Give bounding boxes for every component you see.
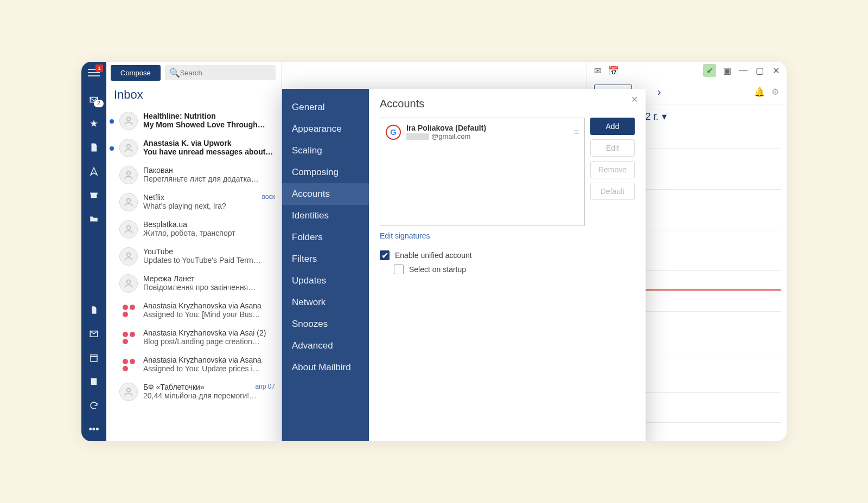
settings-nav-composing[interactable]: Composing [282, 162, 369, 183]
close-icon[interactable]: ✕ [631, 94, 638, 105]
avatar [119, 301, 138, 320]
add-account-button[interactable]: Add [590, 118, 635, 135]
rail-sent[interactable] [85, 163, 103, 180]
settings-nav-accounts[interactable]: Accounts [282, 183, 369, 205]
mail-list: Healthline: NutritionMy Mom Showed Love … [106, 107, 282, 441]
rail-calendar-icon[interactable] [85, 349, 103, 366]
settings-nav-general[interactable]: General [282, 96, 369, 118]
remove-account-button[interactable]: Remove [590, 161, 635, 178]
settings-nav-network[interactable]: Network [282, 292, 369, 313]
inbox-count: 2 [94, 100, 104, 107]
mail-item[interactable]: БФ «Таблеточки»20,44 мільйона для перемо… [106, 378, 282, 405]
mail-item[interactable]: Anastasia Kryzhanovska via AsanaAssigned… [106, 297, 282, 324]
inbox-header: Inbox [106, 83, 282, 107]
search-icon: 🔍 [169, 68, 180, 78]
avatar [119, 274, 138, 293]
syncing-icon[interactable]: ✔ [703, 64, 716, 77]
settings-nav-filters[interactable]: Filters [282, 248, 369, 270]
avatar [119, 328, 138, 347]
close-window-icon[interactable]: ✕ [770, 65, 781, 76]
mail-item[interactable]: Healthline: NutritionMy Mom Showed Love … [106, 107, 282, 134]
rail-file-icon[interactable] [85, 301, 103, 319]
rail-archive[interactable] [85, 186, 103, 204]
sidebar-rail: 1 2 ★ ••• [81, 62, 106, 441]
svg-point-3 [127, 144, 131, 148]
svg-point-6 [127, 225, 131, 229]
avatar [119, 166, 138, 184]
email-masked [406, 133, 429, 140]
checkbox-checked-icon: ✔ [380, 250, 390, 260]
bell-icon[interactable]: 🔔 [754, 87, 765, 97]
mail-icon[interactable]: ✉ [592, 65, 603, 76]
settings-body: ✕ Accounts G Ira Poliakova (Default) @gm… [369, 89, 646, 441]
svg-rect-1 [91, 378, 97, 385]
settings-nav: GeneralAppearanceScalingComposingAccount… [282, 89, 369, 441]
mail-item[interactable]: Anastasia Kryzhanovska via AsanaAssigned… [106, 351, 282, 378]
svg-point-4 [127, 171, 131, 175]
mail-item[interactable]: Anastasia Kryzhanovska via Asai (2)Blog … [106, 324, 282, 351]
edit-signatures-link[interactable]: Edit signatures [380, 231, 430, 240]
search-input[interactable] [180, 69, 271, 77]
app-window: 1 2 ★ ••• Compose 🔍 ⇅ Inbox Healthline: … [81, 62, 787, 441]
avatar [119, 247, 138, 266]
rail-drafts[interactable] [85, 139, 103, 156]
mail-item[interactable]: Мережа ЛанетПовідомлення про закінчення… [106, 270, 282, 297]
rail-contacts-icon[interactable] [85, 373, 103, 390]
account-entry[interactable]: G Ira Poliakova (Default) @gmail.com ≡ [381, 119, 583, 145]
avatar [119, 193, 138, 211]
avatar [119, 220, 138, 238]
settings-nav-folders[interactable]: Folders [282, 227, 369, 248]
svg-point-7 [127, 253, 131, 256]
svg-point-5 [127, 198, 131, 202]
avatar [119, 356, 138, 374]
settings-nav-advanced[interactable]: Advanced [282, 335, 369, 357]
search-wrap[interactable]: 🔍 [165, 65, 276, 80]
mail-item[interactable]: NetflixWhat's playing next, Ira?воск [106, 189, 282, 216]
accounts-listbox[interactable]: G Ira Poliakova (Default) @gmail.com ≡ [380, 118, 585, 226]
unified-account-check[interactable]: ✔ Enable unified account [380, 250, 635, 260]
svg-point-8 [127, 280, 131, 283]
rail-more-icon[interactable]: ••• [85, 421, 103, 438]
avatar [119, 139, 138, 157]
checkbox-empty-icon [394, 265, 404, 274]
cal-next-icon[interactable]: › [655, 86, 663, 98]
settings-dialog: GeneralAppearanceScalingComposingAccount… [282, 89, 646, 441]
hamburger-menu[interactable]: 1 [87, 66, 101, 78]
settings-nav-about-mailbird[interactable]: About Mailbird [282, 357, 369, 378]
settings-nav-appearance[interactable]: Appearance [282, 118, 369, 140]
drag-handle-icon[interactable]: ≡ [574, 127, 579, 137]
minimize-icon[interactable]: — [738, 65, 749, 76]
settings-nav-identities[interactable]: Identities [282, 205, 369, 227]
gear-icon[interactable]: ⚙ [771, 87, 779, 97]
settings-nav-snoozes[interactable]: Snoozes [282, 313, 369, 335]
avatar [119, 112, 138, 130]
account-email: @gmail.com [406, 132, 569, 140]
mail-item[interactable]: YouTubeUpdates to YouTube's Paid Term… [106, 243, 282, 270]
dropdown-caret-icon: ▾ [662, 111, 667, 122]
account-name: Ira Poliakova (Default) [406, 124, 569, 132]
rail-folder[interactable] [85, 210, 103, 228]
panel-icon[interactable]: ▣ [722, 65, 732, 76]
rail-inbox[interactable]: 2 [85, 91, 103, 108]
mail-item[interactable]: Besplatka.uaЖитло, робота, транспорт [106, 216, 282, 243]
compose-button[interactable]: Compose [111, 65, 161, 81]
rail-star[interactable]: ★ [85, 115, 103, 132]
google-icon: G [386, 125, 401, 140]
calendar-toggle-icon[interactable]: 📅 [608, 65, 619, 76]
mail-item[interactable]: Anastasia K. via UpworkYou have unread m… [106, 134, 282, 162]
edit-account-button[interactable]: Edit [590, 139, 635, 157]
select-on-startup-check[interactable]: Select on startup [394, 265, 635, 274]
default-account-button[interactable]: Default [590, 183, 635, 200]
rail-gmail-icon[interactable] [85, 325, 103, 343]
rail-refresh-icon[interactable] [85, 397, 103, 414]
settings-nav-scaling[interactable]: Scaling [282, 140, 369, 162]
maximize-icon[interactable]: ▢ [754, 65, 765, 76]
svg-rect-0 [91, 355, 97, 362]
svg-point-2 [127, 117, 131, 121]
svg-point-9 [127, 388, 131, 392]
avatar [119, 383, 138, 401]
mail-item[interactable]: ПакованПерегляньте лист для додатка… [106, 162, 282, 189]
mail-panel: Compose 🔍 ⇅ Inbox Healthline: NutritionM… [106, 62, 282, 441]
settings-title: Accounts [380, 98, 635, 110]
settings-nav-updates[interactable]: Updates [282, 270, 369, 292]
